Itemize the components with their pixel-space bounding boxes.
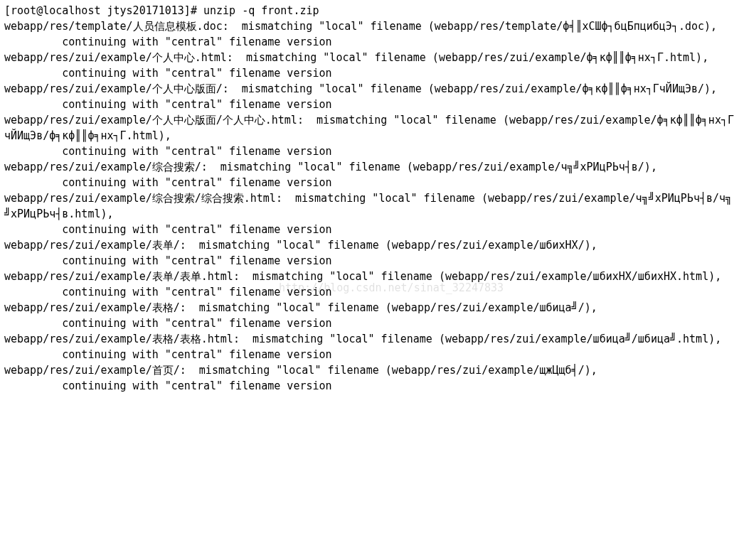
terminal-line: webapp/res/zui/example/综合搜索/综合搜索.html: m… [4,192,732,220]
terminal-line: webapp/res/zui/example/表单/表单.html: misma… [4,270,721,283]
terminal-line: webapp/res/zui/example/表格/表格.html: misma… [4,333,721,345]
terminal-line: webapp/res/zui/example/首页/: mismatching … [4,364,597,377]
terminal-line: webapp/res/zui/example/表格/: mismatching … [4,301,597,314]
terminal-line: continuing with "central" filename versi… [4,176,332,189]
terminal-line: continuing with "central" filename versi… [4,348,332,361]
terminal-line: continuing with "central" filename versi… [4,67,332,80]
terminal-line: continuing with "central" filename versi… [4,286,332,298]
terminal-line: webapp/res/zui/example/个人中心版面/: mismatch… [4,82,717,95]
terminal-line: continuing with "central" filename versi… [4,317,332,330]
terminal-line: webapp/res/zui/example/个人中心.html: mismat… [4,51,708,64]
terminal-line: continuing with "central" filename versi… [4,223,332,236]
terminal-line: continuing with "central" filename versi… [4,98,332,111]
terminal-line: webapp/res/zui/example/个人中心版面/个人中心.html:… [4,114,734,142]
terminal-line: webapp/res/zui/example/表单/: mismatching … [4,239,597,252]
terminal-line: continuing with "central" filename versi… [4,145,332,158]
terminal-line: continuing with "central" filename versi… [4,379,332,392]
terminal-line: [root@localhost jtys20171013]# unzip -q … [4,4,319,17]
terminal-output: [root@localhost jtys20171013]# unzip -q … [0,0,739,397]
terminal-line: continuing with "central" filename versi… [4,254,332,267]
terminal-line: webapp/res/template/人员信息模板.doc: mismatch… [4,20,717,33]
terminal-line: continuing with "central" filename versi… [4,36,332,48]
terminal-line: webapp/res/zui/example/综合搜索/: mismatchin… [4,161,657,173]
